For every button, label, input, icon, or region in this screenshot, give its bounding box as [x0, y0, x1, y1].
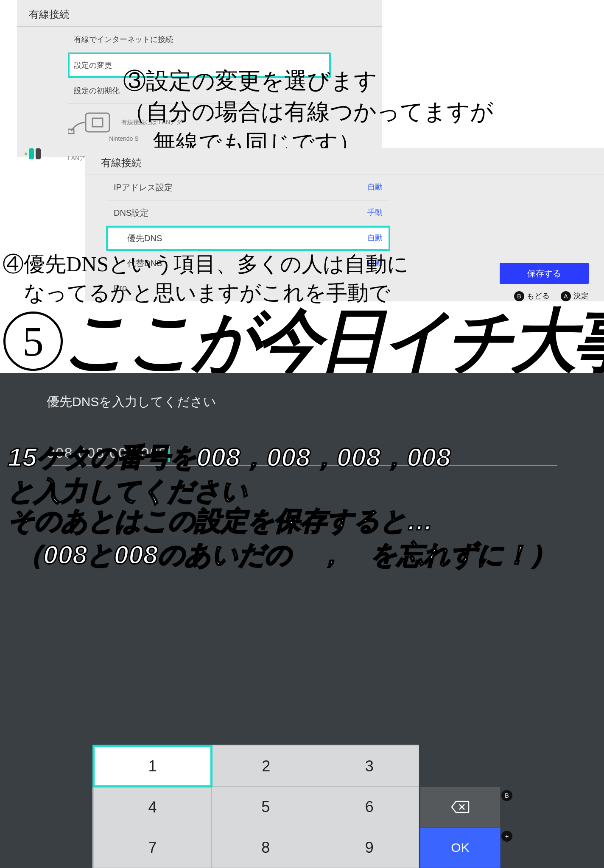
- svg-rect-1: [92, 118, 103, 127]
- joycon-left-icon: [29, 148, 34, 159]
- anno3-line1: ③設定の変更を選びます: [123, 66, 598, 97]
- row-label: IPアドレス設定: [114, 182, 173, 193]
- key-5[interactable]: 5: [211, 787, 320, 827]
- row-value: 自動: [367, 182, 383, 193]
- row-dns[interactable]: DNS設定 手動: [106, 200, 390, 226]
- keypad-side-column: OK B +: [420, 787, 501, 868]
- backspace-key[interactable]: [420, 787, 501, 827]
- backspace-icon: [451, 801, 470, 813]
- row-label: 優先DNS: [127, 233, 162, 244]
- joycon-right-icon: [36, 148, 41, 159]
- key-3[interactable]: 3: [320, 746, 419, 787]
- b-badge-icon: B: [501, 790, 512, 801]
- caption-line4: （008と008のあいだの ， を忘れずに！）: [17, 538, 556, 571]
- svg-rect-2: [68, 129, 74, 134]
- input-prompt: 優先DNSを入力してください: [0, 373, 604, 411]
- key-8[interactable]: 8: [211, 827, 320, 868]
- row-connect[interactable]: 有線でインターネットに接続: [68, 27, 331, 53]
- annotation-step5: 5 ここが今日イチ大事！: [0, 305, 604, 377]
- caption-line2: と入力してください: [8, 475, 247, 508]
- anno3-line2: （自分の場合は有線つかってますが: [123, 97, 598, 128]
- step5-circle: 5: [3, 312, 63, 371]
- key-1[interactable]: 1: [94, 746, 212, 787]
- page-title: 有線接続: [17, 0, 382, 26]
- caption-line1: 15ケタの番号を008，008，008，008: [8, 441, 451, 474]
- key-9[interactable]: 9: [320, 827, 419, 868]
- row-value: 自動: [367, 233, 383, 244]
- svg-rect-0: [86, 113, 109, 132]
- joycon-indicator: [25, 148, 41, 159]
- page-title-2: 有線接続: [85, 148, 604, 175]
- anno4-line1: ④優先DNSという項目、多くの人は自動に: [3, 250, 512, 279]
- save-button[interactable]: 保存する: [500, 263, 589, 284]
- ok-key[interactable]: OK: [420, 827, 501, 868]
- key-4[interactable]: 4: [94, 787, 212, 827]
- key-2[interactable]: 2: [211, 746, 320, 787]
- lan-adapter-icon: [68, 110, 115, 135]
- plus-badge-icon: +: [501, 831, 512, 842]
- annotation-step3: ③設定の変更を選びます （自分の場合は有線つかってますが 無線でも同じです）: [123, 66, 598, 159]
- row-primary-dns[interactable]: 優先DNS 自動: [106, 226, 390, 251]
- row-value: 手動: [367, 207, 383, 219]
- row-label: DNS設定: [114, 207, 148, 219]
- numeric-keypad: 1 2 3 4 5 6 7 8 9: [92, 745, 419, 868]
- key-7[interactable]: 7: [94, 827, 212, 868]
- row-ip[interactable]: IPアドレス設定 自動: [106, 175, 390, 200]
- caption-line3: そのあとはこの設定を保存すると…: [8, 504, 433, 537]
- key-6[interactable]: 6: [320, 787, 419, 827]
